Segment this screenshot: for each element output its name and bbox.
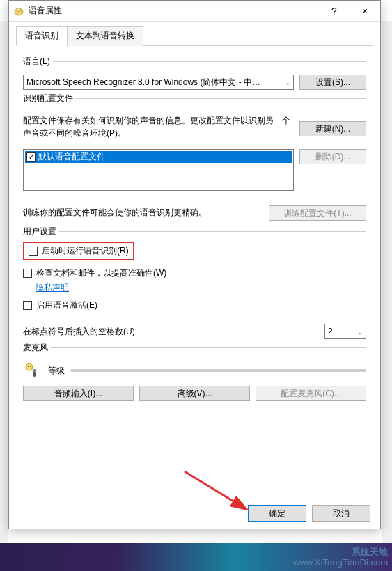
svg-point-3 <box>28 366 29 367</box>
svg-point-6 <box>33 369 37 372</box>
language-select[interactable]: Microsoft Speech Recognizer 8.0 for Wind… <box>23 75 294 90</box>
app-icon <box>13 6 24 17</box>
tabstrip: 语音识别 文本到语音转换 <box>16 26 373 46</box>
run-at-startup-label: 启动时运行语音识别(R) <box>42 245 129 257</box>
watermark: 系统天地 www.XiTongTianDi.com <box>293 547 388 568</box>
spaces-value: 2 <box>328 327 333 336</box>
config-mic-button[interactable]: 配置麦克风(C)... <box>256 386 366 401</box>
profile-desc: 配置文件保存有关如何识别你的声音的信息。更改配置文件以识别另一个声音或不同的噪音… <box>23 114 294 139</box>
svg-point-4 <box>30 366 31 367</box>
profile-list-item[interactable]: 默认语音配置文件 <box>25 151 292 163</box>
train-profile-button[interactable]: 训练配置文件(T)... <box>269 205 366 221</box>
svg-rect-5 <box>33 371 36 377</box>
settings-button[interactable]: 设置(S)... <box>299 75 366 90</box>
ok-button[interactable]: 确定 <box>248 505 306 522</box>
mic-level-slider[interactable] <box>70 369 366 372</box>
microphone-icon <box>23 361 42 380</box>
train-desc: 训练你的配置文件可能会使你的语音识别更精确。 <box>23 206 263 219</box>
audio-input-button[interactable]: 音频输入(I)... <box>23 386 134 401</box>
close-button[interactable]: × <box>350 1 380 22</box>
help-button[interactable]: ? <box>319 1 350 22</box>
profile-item-checkbox[interactable] <box>26 152 36 162</box>
dialog-button-row: 确定 取消 <box>248 505 370 522</box>
window-title: 语音属性 <box>29 5 319 17</box>
check-docs-checkbox[interactable] <box>23 269 32 278</box>
titlebar: 语音属性 ? × <box>9 1 380 22</box>
chevron-down-icon: ⌄ <box>357 328 363 336</box>
language-group: 语言(L) Microsoft Speech Recognizer 8.0 fo… <box>23 61 366 90</box>
microphone-group: 麦克风 等级 音频输入(I)... 高级(V)... 配置麦克风( <box>23 347 366 401</box>
watermark-title: 系统天地 <box>293 547 388 558</box>
enable-activation-label: 启用语音激活(E) <box>36 299 97 311</box>
language-legend: 语言(L) <box>23 56 53 68</box>
spaces-after-punct-label: 在标点符号后插入的空格数(U): <box>23 326 137 338</box>
profile-item-label: 默认语音配置文件 <box>38 151 105 163</box>
new-profile-button[interactable]: 新建(N)... <box>299 121 366 136</box>
speech-properties-dialog: 语音属性 ? × 语音识别 文本到语音转换 语言(L) Microsoft Sp… <box>8 0 381 529</box>
chevron-down-icon: ⌄ <box>285 79 290 86</box>
user-settings-legend: 用户设置 <box>23 226 59 237</box>
highlight-box: 启动时运行语音识别(R) <box>23 242 134 260</box>
enable-activation-checkbox[interactable] <box>23 301 32 310</box>
advanced-button[interactable]: 高级(V)... <box>139 386 250 401</box>
svg-point-1 <box>17 8 21 10</box>
profile-legend: 识别配置文件 <box>23 93 76 104</box>
user-settings-group: 用户设置 启动时运行语音识别(R) 检查文档和邮件，以提高准确性(W) 隐私声明… <box>23 231 366 339</box>
profile-listbox[interactable]: 默认语音配置文件 <box>23 149 294 191</box>
language-select-value: Microsoft Speech Recognizer 8.0 for Wind… <box>26 77 260 88</box>
mic-legend: 麦克风 <box>23 342 51 354</box>
watermark-url: www.XiTongTianDi.com <box>293 557 388 568</box>
run-at-startup-checkbox[interactable] <box>29 247 38 256</box>
privacy-link[interactable]: 隐私声明 <box>36 283 69 292</box>
tab-speech-recognition[interactable]: 语音识别 <box>16 26 68 46</box>
spaces-after-punct-select[interactable]: 2 ⌄ <box>324 324 366 339</box>
svg-point-2 <box>26 363 33 370</box>
mic-level-label: 等级 <box>48 365 65 377</box>
check-docs-label: 检查文档和邮件，以提高准确性(W) <box>36 267 166 279</box>
profile-group: 识别配置文件 配置文件保存有关如何识别你的声音的信息。更改配置文件以识别另一个声… <box>23 98 366 223</box>
cancel-button[interactable]: 取消 <box>312 505 370 522</box>
delete-profile-button[interactable]: 删除(D)... <box>299 149 366 164</box>
tab-text-to-speech[interactable]: 文本到语音转换 <box>67 26 143 46</box>
